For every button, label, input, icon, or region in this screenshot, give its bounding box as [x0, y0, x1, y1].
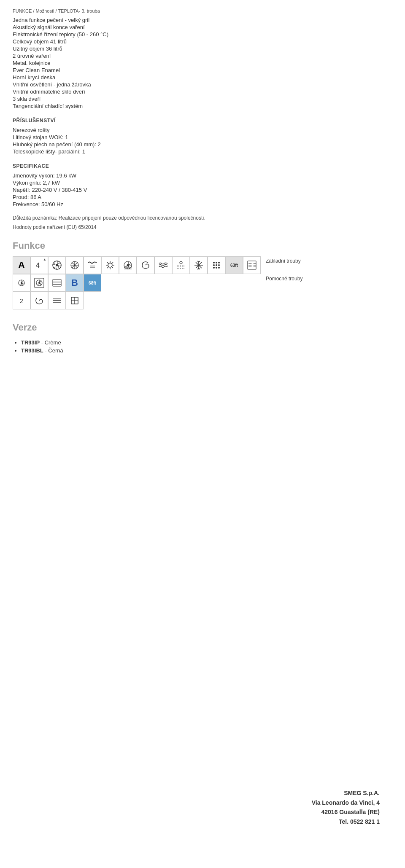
svg-point-15: [108, 263, 112, 267]
svg-point-48: [218, 267, 220, 269]
svg-line-9: [76, 266, 78, 268]
feature-item: Vnitřní odnímatelné sklo dveří: [13, 89, 392, 95]
icon-fan-lines: [119, 256, 137, 274]
svg-point-12: [74, 264, 76, 266]
prislusenstvi-item: Litinový stojan WOK: 1: [13, 134, 392, 140]
feature-item: Jedna funkce pečení - velký gril: [13, 17, 392, 23]
svg-point-25: [127, 264, 129, 266]
footer-company: SMEG S.p.A. Via Leonardo da Vinci, 4 420…: [312, 788, 380, 826]
svg-point-28: [180, 261, 182, 264]
svg-point-46: [213, 267, 215, 269]
icons-label-aux: Pomocné trouby: [266, 276, 302, 282]
icon-square-lines: [243, 256, 261, 274]
feature-item: Celkový objem 41 litrů: [13, 38, 392, 45]
icon-small-fan: [13, 274, 30, 292]
svg-rect-65: [71, 297, 78, 304]
versions-list: TR93IP - CrèmeTR93IBL - Černá: [13, 339, 392, 354]
icon-snowflake: [190, 256, 208, 274]
svg-point-54: [21, 282, 22, 284]
feature-item: Ever Clean Enamel: [13, 67, 392, 73]
svg-point-57: [39, 282, 40, 284]
svg-point-43: [213, 264, 215, 266]
specifikace-heading: SPECIFIKACE: [13, 163, 392, 169]
feature-item: 2 úrovně vaření: [13, 53, 392, 59]
values-note: Hodnoty podle nařízení (EU) 65/2014: [13, 224, 392, 230]
specifikace-item: Jmenovitý výkon: 19,6 kW: [13, 172, 392, 179]
icon-dot-lines: [172, 256, 190, 274]
feature-item: Vnitřní osvětlení - jedna žárovka: [13, 81, 392, 88]
version-item: TR93IP - Crème: [21, 339, 392, 346]
icon-fan-circle: [48, 256, 66, 274]
note: Důležitá poznámka: Realizace připojení p…: [13, 215, 392, 221]
svg-point-42: [218, 262, 220, 263]
svg-point-44: [216, 264, 217, 266]
feature-item: Horní krycí deska: [13, 74, 392, 81]
specifikace-item: Proud: 86 A: [13, 194, 392, 200]
svg-line-22: [112, 262, 113, 263]
svg-line-10: [76, 263, 78, 264]
icon-fan-box: [30, 274, 48, 292]
prislusenstvi-item: Nerezové rošty: [13, 127, 392, 133]
verze-heading: Verze: [13, 322, 392, 335]
svg-text:2: 2: [20, 298, 23, 304]
icon-B: B: [66, 274, 84, 292]
svg-line-8: [72, 263, 74, 264]
icon-box2: [66, 292, 84, 309]
specifikace-item: Frekvence: 50/60 Hz: [13, 201, 392, 207]
breadcrumb: FUNKCE / Možnosti / TEPLOTA- 3. trouba: [13, 8, 392, 13]
svg-line-21: [112, 267, 113, 268]
icon-dots: [208, 256, 225, 274]
icon-box-lines2: [48, 274, 66, 292]
icon-sun: [101, 256, 119, 274]
feature-item: Elektronické řízení teploty (50 - 260 °C…: [13, 31, 392, 38]
funkce-heading: Funkce: [13, 240, 392, 251]
svg-line-23: [107, 267, 108, 268]
company-address2: 42016 Guastalla (RE): [312, 807, 380, 817]
specifikace-item: Výkon grilu: 2,7 kW: [13, 180, 392, 186]
prislusenstvi-item: Teleskopické lišty- parciální: 1: [13, 148, 392, 155]
svg-line-11: [72, 266, 74, 268]
prislusenstvi-item: Hluboký plech na pečení (40 mm): 2: [13, 141, 392, 148]
version-item: TR93IBL - Černá: [21, 347, 392, 354]
feature-item: Tangenciální chladící systém: [13, 103, 392, 109]
icons-row-2: B 68ft: [13, 274, 261, 292]
specifikace-item: Napětí: 220-240 V / 380-415 V: [13, 187, 392, 193]
specifikace-list: Jmenovitý výkon: 19,6 kWVýkon grilu: 2,7…: [13, 172, 392, 207]
icons-row-1: A 4 ▲: [13, 256, 261, 274]
svg-line-20: [107, 262, 108, 263]
company-phone: Tel. 0522 821 1: [312, 817, 380, 826]
icon-grill-top: [84, 256, 101, 274]
icon-wave-lines: [154, 256, 172, 274]
svg-point-2: [56, 264, 58, 266]
icon-2: 2: [13, 292, 30, 309]
icons-row-3: 2: [13, 292, 261, 309]
icon-4: 4 ▲: [30, 256, 48, 274]
svg-point-40: [213, 262, 215, 263]
prislusenstvi-list: Nerezové roštyLitinový stojan WOK: 1Hlub…: [13, 127, 392, 155]
company-address1: Via Leonardo da Vinci, 4: [312, 798, 380, 807]
feature-item: Užitný objem 36 litrů: [13, 46, 392, 52]
icon-68ft: 68ft: [84, 274, 101, 292]
icon-lines2: [48, 292, 66, 309]
icon-fan-star: [66, 256, 84, 274]
svg-point-45: [218, 264, 220, 266]
svg-text:4: 4: [36, 262, 40, 269]
svg-point-41: [216, 262, 217, 263]
icon-63ft: 63ft: [225, 256, 243, 274]
icon-spiral2: [30, 292, 48, 309]
icon-A: A: [13, 256, 30, 274]
svg-rect-58: [53, 279, 61, 286]
feature-item: 3 skla dveří: [13, 96, 392, 102]
feature-list: Jedna funkce pečení - velký grilAkustick…: [13, 17, 392, 109]
company-name: SMEG S.p.A.: [312, 788, 380, 798]
prislusenstvi-heading: PŘÍSLUŠENSTVÍ: [13, 118, 392, 124]
icon-spiral: [137, 256, 154, 274]
svg-point-47: [216, 267, 217, 269]
feature-item: Akustický signál konce vaření: [13, 24, 392, 30]
icons-label-basic: Základní trouby: [266, 258, 302, 264]
feature-item: Metal. kolejnice: [13, 60, 392, 66]
